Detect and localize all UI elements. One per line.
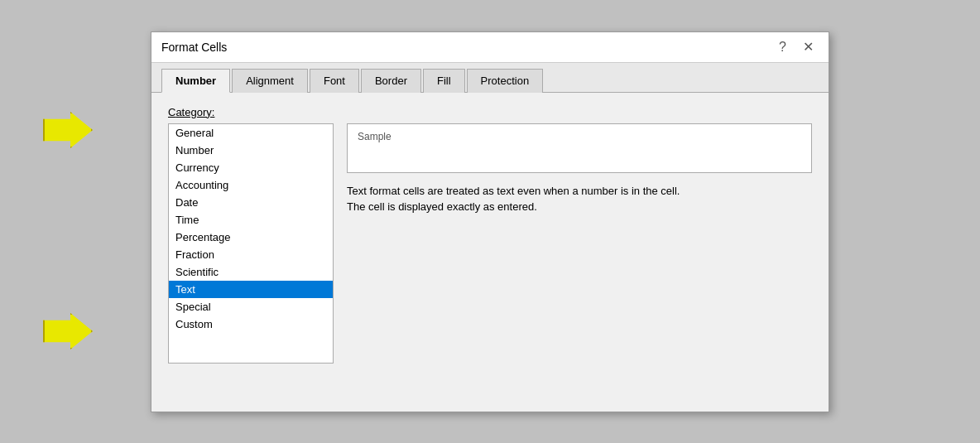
category-item-number[interactable]: Number (169, 142, 333, 159)
arrow-shape-top (43, 112, 93, 148)
tab-border[interactable]: Border (361, 69, 421, 93)
category-label: Category: (168, 106, 812, 118)
scene: Format Cells ? ✕ Number Alignment Font B… (0, 0, 980, 443)
category-item-percentage[interactable]: Percentage (169, 229, 333, 246)
category-item-general[interactable]: General (169, 124, 333, 142)
category-item-time[interactable]: Time (169, 211, 333, 229)
category-item-text[interactable]: Text (169, 281, 333, 298)
titlebar-buttons: ? ✕ (774, 39, 819, 55)
tab-protection[interactable]: Protection (467, 69, 544, 93)
category-item-date[interactable]: Date (169, 194, 333, 211)
category-item-accounting[interactable]: Accounting (169, 176, 333, 194)
category-list[interactable]: General Number Currency Accounting Date … (168, 123, 334, 364)
sample-box: Sample (347, 123, 812, 173)
tab-alignment[interactable]: Alignment (232, 69, 308, 93)
sample-label: Sample (358, 131, 801, 142)
format-cells-dialog: Format Cells ? ✕ Number Alignment Font B… (151, 31, 829, 412)
category-item-fraction[interactable]: Fraction (169, 246, 333, 263)
category-item-custom[interactable]: Custom (169, 315, 333, 333)
help-button[interactable]: ? (774, 39, 791, 55)
tab-bar: Number Alignment Font Border Fill Protec… (151, 63, 829, 93)
category-item-scientific[interactable]: Scientific (169, 263, 333, 281)
category-item-currency[interactable]: Currency (169, 159, 333, 176)
close-button[interactable]: ✕ (798, 39, 819, 55)
tab-fill[interactable]: Fill (423, 69, 465, 93)
description-text: Text format cells are treated as text ev… (347, 183, 812, 215)
dialog-titlebar: Format Cells ? ✕ (151, 32, 829, 63)
category-item-special[interactable]: Special (169, 298, 333, 315)
dialog-content: Category: General Number Currency Accoun… (151, 93, 829, 380)
tab-font[interactable]: Font (310, 69, 359, 93)
main-area: General Number Currency Accounting Date … (168, 123, 812, 364)
dialog-title: Format Cells (161, 41, 227, 54)
right-panel: Sample Text format cells are treated as … (347, 123, 812, 364)
arrow-shape-bottom (43, 313, 93, 349)
arrow-top (43, 112, 93, 151)
tab-number[interactable]: Number (161, 69, 230, 93)
arrow-bottom (43, 313, 93, 352)
